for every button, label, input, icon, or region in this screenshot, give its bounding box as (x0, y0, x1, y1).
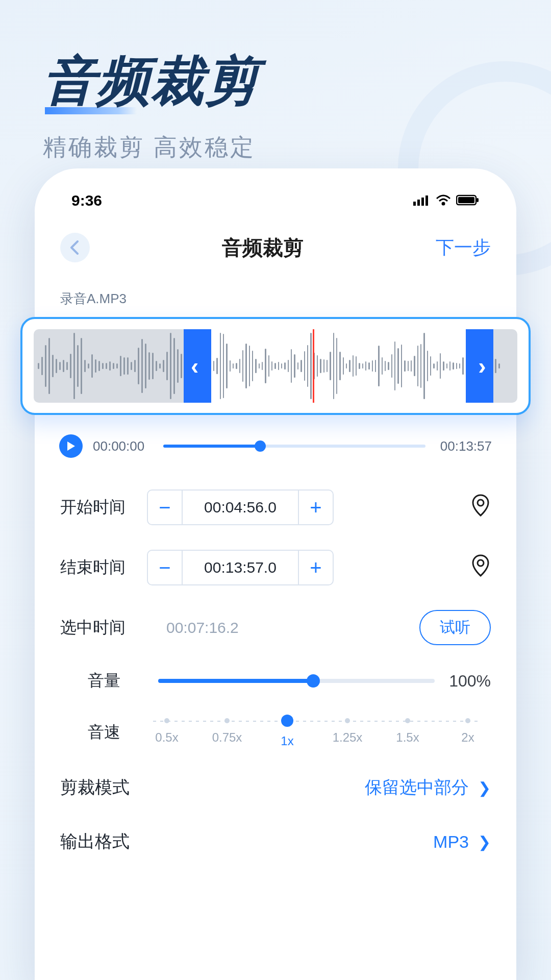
selected-time-label: 选中时间 (60, 617, 147, 639)
svg-rect-2 (421, 198, 424, 206)
speed-option-0.75x[interactable]: 0.75x (209, 717, 245, 745)
crop-mode-label: 剪裁模式 (60, 776, 130, 799)
start-minus-button[interactable]: − (148, 491, 182, 524)
svg-point-8 (478, 500, 484, 506)
current-time: 00:00:00 (93, 438, 153, 454)
hero-subtitle: 精确裁剪 高效稳定 (43, 132, 551, 163)
svg-rect-1 (417, 200, 420, 206)
waveform-track[interactable] (34, 329, 517, 403)
end-locate-button[interactable] (470, 554, 491, 581)
svg-rect-7 (477, 198, 479, 202)
nav-title: 音频裁剪 (222, 234, 304, 262)
phone-mockup: 9:36 音频裁剪 下一步 录音A.MP3 (35, 168, 516, 980)
speed-option-1.5x[interactable]: 1.5x (390, 717, 425, 745)
start-locate-button[interactable] (470, 494, 491, 521)
volume-slider[interactable] (158, 679, 435, 683)
crop-mode-select[interactable]: 保留选中部分 ❯ (365, 776, 491, 799)
playhead[interactable] (313, 329, 314, 403)
wifi-icon (436, 192, 451, 209)
crop-mode-value: 保留选中部分 (365, 776, 469, 799)
preview-button[interactable]: 试听 (419, 610, 491, 645)
status-bar: 9:36 (57, 192, 494, 209)
progress-thumb[interactable] (255, 440, 266, 452)
chevron-right-icon: ❯ (478, 779, 491, 797)
start-time-label: 开始时间 (60, 496, 147, 519)
chevron-left-icon (69, 240, 81, 255)
file-name: 录音A.MP3 (60, 290, 494, 308)
selected-time-value: 00:07:16.2 (166, 619, 239, 636)
svg-rect-3 (425, 195, 428, 206)
speed-option-1x[interactable]: 1x (269, 717, 305, 748)
start-time-value[interactable]: 00:04:56.0 (182, 491, 299, 524)
pin-icon (470, 554, 491, 577)
play-button[interactable] (59, 434, 83, 458)
speed-option-2x[interactable]: 2x (450, 717, 486, 745)
svg-point-9 (478, 560, 484, 566)
selection-range[interactable] (184, 329, 493, 403)
pin-icon (470, 494, 491, 517)
volume-value: 100% (449, 672, 491, 691)
status-time: 9:36 (71, 192, 102, 209)
svg-rect-0 (413, 202, 416, 206)
waveform-card (20, 317, 531, 415)
svg-rect-6 (458, 197, 474, 203)
speed-option-0.5x[interactable]: 0.5x (149, 717, 185, 745)
end-plus-button[interactable]: + (299, 551, 333, 584)
volume-thumb[interactable] (307, 674, 320, 688)
chevron-right-icon: ❯ (478, 833, 491, 851)
speed-picker[interactable]: 0.5x0.75x1x1.25x1.5x2x (149, 717, 486, 748)
hero-title: 音频裁剪 (43, 46, 551, 117)
progress-bar[interactable] (163, 445, 425, 448)
svg-point-4 (442, 203, 444, 205)
output-format-label: 输出格式 (60, 830, 130, 853)
battery-icon (456, 192, 480, 209)
output-format-value: MP3 (433, 832, 469, 852)
play-icon (66, 441, 76, 451)
next-button[interactable]: 下一步 (436, 235, 491, 260)
total-time: 00:13:57 (436, 438, 492, 454)
end-minus-button[interactable]: − (148, 551, 182, 584)
start-plus-button[interactable]: + (299, 491, 333, 524)
signal-icon (413, 192, 431, 209)
speed-label: 音速 (88, 721, 144, 744)
end-time-label: 结束时间 (60, 556, 147, 579)
speed-option-1.25x[interactable]: 1.25x (330, 717, 365, 745)
output-format-select[interactable]: MP3 ❯ (433, 832, 491, 852)
back-button[interactable] (60, 233, 90, 262)
volume-label: 音量 (88, 670, 144, 692)
end-time-value[interactable]: 00:13:57.0 (182, 551, 299, 584)
